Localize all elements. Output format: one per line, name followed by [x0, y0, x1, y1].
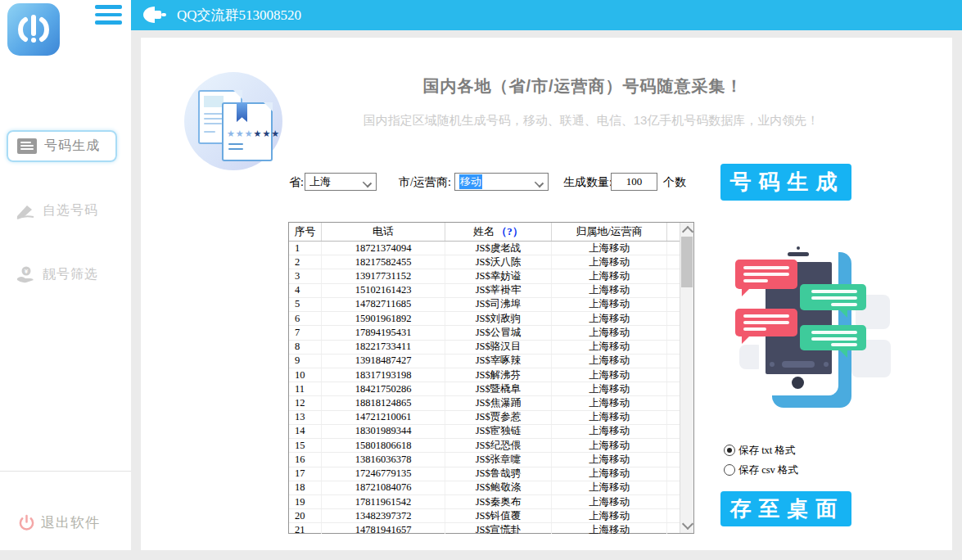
table-cell: 15102161423	[322, 284, 445, 297]
front-document-graphic: ★★★★★★	[222, 102, 273, 161]
table-cell: 9	[289, 355, 322, 368]
table-cell: 18221733411	[322, 341, 445, 354]
table-cell: JS$焦瀑踊	[445, 396, 552, 409]
table-row[interactable]: 1818721084076JS$鲍敬涤上海移动	[289, 481, 693, 495]
phone-camera-graphic	[797, 246, 800, 250]
table-cell: 10	[289, 368, 322, 382]
table-cell: JS$宦独链	[445, 425, 552, 438]
table-scrollbar[interactable]	[680, 223, 693, 533]
hand-coin-icon: ¥	[16, 266, 35, 283]
scroll-down-icon[interactable]	[682, 518, 693, 530]
table-row[interactable]: 2013482397372JS$钭值覆上海移动	[289, 509, 693, 523]
table-cell: JS$鲁哉骋	[445, 467, 552, 481]
table-cell: JS$钭值覆	[445, 509, 552, 522]
hamburger-menu-icon[interactable]	[95, 5, 122, 25]
page-subtitle: 国内指定区域随机生成号码，移动、联通、电信、13亿手机号码数据库，业内领先！	[296, 113, 886, 129]
sidebar-item-number-generate[interactable]: 号码生成	[7, 130, 117, 162]
city-carrier-select[interactable]: 移动	[454, 173, 549, 191]
table-cell: 上海移动	[552, 396, 667, 409]
table-cell: 11	[289, 382, 322, 395]
city-carrier-value: 移动	[459, 174, 482, 189]
table-cell: 17894195431	[322, 326, 445, 339]
sidebar-item-premium-filter[interactable]: ¥ 靓号筛选	[7, 260, 114, 289]
table-cell: 上海移动	[552, 382, 667, 395]
table-row[interactable]: 1613816036378JS$张章嚏上海移动	[289, 453, 693, 467]
table-cell: 4	[289, 284, 322, 297]
table-cell: 18721374094	[322, 242, 445, 255]
header-region-carrier: 归属地/运营商	[552, 223, 667, 241]
stars-decoration: ★★★★★★	[227, 129, 280, 139]
table-row[interactable]: 514782711685JS$司沸埠上海移动	[289, 298, 693, 312]
table-cell: 上海移动	[552, 523, 667, 534]
table-row[interactable]: 717894195431JS$公冒城上海移动	[289, 326, 693, 340]
count-input[interactable]	[611, 173, 657, 191]
table-cell: 2	[289, 255, 322, 269]
table-cell: 13482397372	[322, 509, 445, 522]
megaphone-icon	[141, 4, 169, 26]
scroll-up-icon[interactable]	[682, 226, 693, 237]
table-cell: 14721210061	[322, 411, 445, 424]
table-cell: 14782711685	[322, 298, 445, 311]
generate-numbers-button[interactable]: 号码生成	[720, 164, 851, 201]
table-cell: JS$宰啄辣	[445, 355, 552, 368]
logo-glyph-icon	[7, 3, 60, 56]
table-cell: 上海移动	[552, 368, 667, 382]
table-cell: 上海移动	[552, 255, 667, 269]
table-cell: 21	[289, 523, 322, 534]
table-row[interactable]: 1314721210061JS$贾参惹上海移动	[289, 411, 693, 425]
save-option[interactable]: 保存 csv 格式	[724, 460, 798, 480]
table-row[interactable]: 913918487427JS$宰啄辣上海移动	[289, 355, 693, 368]
table-cell: 13918487427	[322, 355, 445, 368]
table-row[interactable]: 1515801806618JS$纪恐偎上海移动	[289, 439, 693, 453]
table-row[interactable]: 1917811961542JS$秦奥布上海移动	[289, 495, 693, 509]
table-row[interactable]: 1717246779135JS$鲁哉骋上海移动	[289, 467, 693, 481]
chat-bubble-red	[735, 309, 797, 336]
scrollbar-thumb[interactable]	[681, 237, 693, 287]
table-row[interactable]: 218217582455JS$沃八陈上海移动	[289, 255, 693, 269]
radio-icon[interactable]	[724, 464, 735, 476]
radio-icon[interactable]	[724, 445, 735, 456]
chat-bubble-green	[800, 325, 866, 350]
table-cell: 上海移动	[552, 439, 667, 452]
table-row[interactable]: 118721374094JS$虞老战上海移动	[289, 242, 693, 255]
table-cell: 19	[289, 495, 322, 508]
table-cell: 上海移动	[552, 425, 667, 438]
table-cell: 7	[289, 326, 322, 339]
table-cell: JS$解沸芬	[445, 368, 552, 382]
table-row[interactable]: 615901961892JS$刘敌驹上海移动	[289, 312, 693, 326]
table-row[interactable]: 415102161423JS$莘褂牢上海移动	[289, 284, 693, 298]
app-logo-icon	[7, 3, 60, 56]
power-icon	[18, 514, 35, 531]
table-row[interactable]: 1118421750286JS$暨橇阜上海移动	[289, 382, 693, 396]
table-row[interactable]: 1418301989344JS$宦独链上海移动	[289, 425, 693, 439]
table-cell: JS$纪恐偎	[445, 439, 552, 452]
table-cell: 上海移动	[552, 298, 667, 311]
chat-bubble-red	[735, 260, 797, 289]
table-cell: 上海移动	[552, 341, 667, 354]
table-cell: 6	[289, 312, 322, 325]
exit-app-button[interactable]: 退出软件	[18, 509, 100, 535]
table-cell: JS$宣慌卦	[445, 523, 552, 534]
sidebar-item-custom-number[interactable]: 自选号码	[7, 196, 114, 225]
table-cell: 上海移动	[552, 467, 667, 481]
city-carrier-label: 市/运营商:	[399, 175, 451, 190]
table-row[interactable]: 1018317193198JS$解沸芬上海移动	[289, 368, 693, 382]
pen-icon	[16, 203, 35, 219]
table-cell: 18301989344	[322, 425, 445, 438]
table-cell: 上海移动	[552, 355, 667, 368]
table-row[interactable]: 818221733411JS$骆汉目上海移动	[289, 341, 693, 355]
name-help-hint[interactable]: （?）	[496, 224, 523, 239]
save-option[interactable]: 保存 txt 格式	[724, 440, 798, 460]
table-header-row: 序号 电话 姓名（?） 归属地/运营商	[289, 223, 693, 242]
table-cell: JS$鲍敬涤	[445, 481, 552, 495]
main-panel: ★★★★★★ 国内各地（省/市/运营商）号码随意采集！ 国内指定区域随机生成号码…	[141, 38, 952, 550]
table-row[interactable]: 2114781941657JS$宣慌卦上海移动	[289, 523, 693, 534]
table-cell: 12	[289, 396, 322, 409]
save-to-desktop-button[interactable]: 存至桌面	[720, 491, 851, 526]
table-row[interactable]: 1218818124865JS$焦瀑踊上海移动	[289, 396, 693, 410]
table-cell: 上海移动	[552, 284, 667, 297]
table-cell: 8	[289, 341, 322, 354]
province-select[interactable]: 上海	[305, 173, 377, 191]
qq-group-announcement: QQ交流群513008520	[177, 0, 301, 30]
table-row[interactable]: 313917731152JS$幸妨谥上海移动	[289, 269, 693, 283]
